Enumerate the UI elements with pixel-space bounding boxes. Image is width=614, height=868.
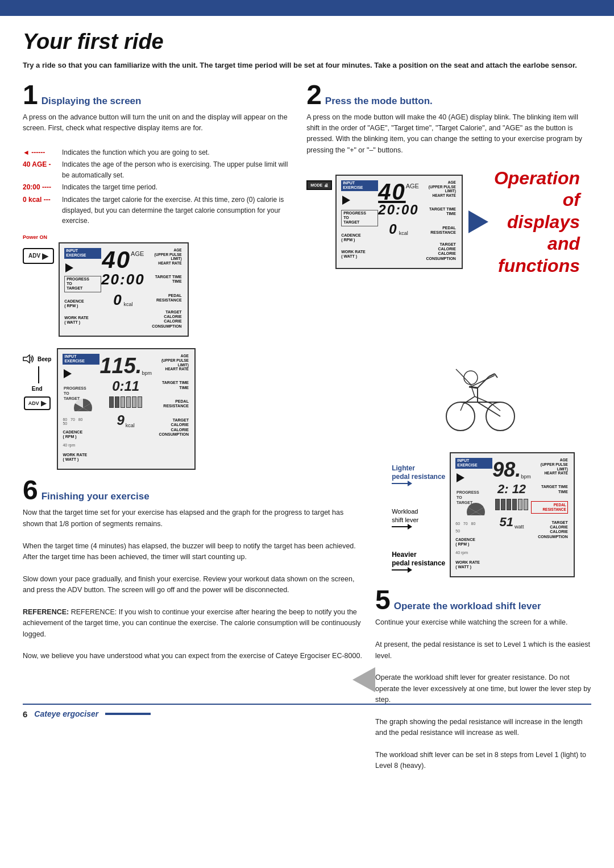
svg-text:TARGET: TARGET [457,501,473,505]
bpm-label-3: bpm [142,370,152,376]
target-calorie-label-3: TARGETCALORIECALORIECONSUMPTION [152,418,189,437]
bpm-label-4: bpm [521,474,531,480]
target-calorie-label-1: TARGETCALORIECALORIECONSUMPTION [145,310,182,329]
svg-rect-25 [105,713,151,715]
section-6-body4: REFERENCE: REFERENCE: If you wish to con… [23,607,364,640]
section-5-body5: The workload shift lever can be set in 8… [375,750,591,772]
tri-pointer-2 [342,196,350,205]
kcal-unit-1: kcal [124,301,133,307]
heart-rate-label-3: AGE(UPPER PULSE LIMIT)HEART RATE [152,354,189,371]
section-6: 6 Finishing your exercise Now that the t… [23,477,364,662]
main-display-3: 115. [99,354,142,378]
svg-text:PROGRESS: PROGRESS [64,386,86,390]
section-2: 2 Press the mode button. A press on the … [306,81,591,337]
device-3: INPUTEXERCISE PROGRESS TO TARGET [57,348,195,470]
watt-unit-4: watt [515,524,524,530]
tri-pointer-1 [65,263,73,272]
section-5: 5 Operate the workload shift lever Conti… [375,586,591,771]
input-exercise-label-2: INPUTEXERCISE [341,180,378,191]
progress-arc: PROGRESS TO TARGET [63,383,103,411]
adv-button-1[interactable]: ADV ▶ [23,248,54,264]
section-5-body3: Operate the workload shift lever for gre… [375,672,591,705]
time-display-3: 0:11 [112,378,139,394]
pedal-resistance-label-1: PEDALRESISTANCE [145,294,182,303]
section-5-body4: The graph showing the pedal resistance w… [375,717,591,739]
svg-line-19 [460,404,463,411]
progress-label-2: PROGRESSTOTARGET [341,210,378,226]
section-6-body3: Slow down your pace gradually, and finis… [23,574,364,596]
svg-text:TO: TO [64,391,69,395]
cadence-label-4: CADENCE( rpm ) [455,538,492,547]
tri-pointer-4 [457,473,464,482]
section-6-title: Finishing your exercise [42,491,150,502]
kcal-display-1: 0 [113,292,122,307]
workrate-label-4: WORK RATE( watt ) [455,560,492,570]
kcal-unit-3: kcal [126,423,135,428]
svg-point-5 [446,402,475,431]
workrate-label-3: WORK RATE( watt ) [63,453,99,462]
device-2: INPUTEXERCISE PROGRESSTOTARGET CADENCE( … [335,175,463,269]
item-key-3: 20:00 ---- [23,182,60,193]
svg-point-13 [464,371,478,385]
mode-icon-1: 🖨 [324,183,328,187]
pedal-resistance-label-2: PEDALRESISTANCE [419,226,456,235]
section-6-number: 6 [23,477,38,504]
mode-button-1[interactable]: MODE 🖨 [306,180,332,190]
section-5-body1: Continue your exercise while watching th… [375,617,591,628]
adv-button-2[interactable]: ADV ▶ [24,396,51,410]
svg-line-15 [471,375,495,387]
svg-line-8 [478,402,500,416]
end-label: End [32,386,43,392]
brand-logo [105,709,151,718]
age-display-1: 40 [102,248,131,272]
section-1-number: 1 [23,81,38,109]
adv-label-2: ADV [28,400,39,406]
section-6-body2: When the target time (4 minutes) has ela… [23,541,364,563]
item-key-4: 0 kcal --- [23,195,60,226]
mode-label-1: MODE [310,183,322,187]
cadence-label-2: CADENCE( rpm ) [341,233,378,243]
device-4: INPUTEXERCISE PROGRESS TO TARGET [450,452,575,577]
target-time-label-4: TARGET TIMETIME [531,485,568,494]
section-1: 1 Displaying the screen A press on the a… [23,81,289,337]
footer-page-number: 6 [23,709,27,719]
item-val-1: Indicates the function which you are goi… [62,147,210,158]
svg-line-18 [463,396,475,404]
section-1-body: A press on the advance button will turn … [23,112,289,134]
device-1: INPUTEXERCISE PROGRESSTOTARGET CADENCE( … [59,242,189,337]
section-5-title: Operate the workload shift lever [394,601,541,612]
beep-label: Beep [38,356,51,362]
section-6-body1: Now that the target time set for your ex… [23,507,364,530]
section-2-number: 2 [306,81,322,109]
cadence-label-1: CADENCE( rpm ) [64,299,101,309]
blue-arrow-1 [468,210,488,233]
svg-line-12 [495,374,497,378]
beep-icon [23,354,35,364]
kcal-unit-2: kcal [399,230,408,236]
svg-line-21 [456,369,460,374]
section-2-title: Press the mode button. [325,96,433,107]
svg-text:TO: TO [457,495,462,499]
pedal-resistance-label-4: PEDALRESISTANCE [531,501,568,514]
workrate-label-1: WORK RATE( watt ) [64,316,101,325]
header-bar [0,0,614,16]
age-unit-1: AGE [131,250,144,257]
time-display-2: 20:00 [378,203,418,217]
progress-arc-4: PROGRESS TO TARGET [455,487,496,515]
age-display-2: 40 [378,180,406,203]
watt-display-4: 51 [500,515,513,530]
input-exercise-label-4: INPUTEXERCISE [455,458,492,469]
heart-rate-label-4: AGE(UPPER PULSE LIMIT)HEART RATE [531,458,568,476]
target-calorie-label-4: TARGETCALORIECALORIECONSUMPTION [531,520,568,540]
svg-text:TARGET: TARGET [64,396,80,400]
kcal-display-2: 0 [389,222,397,236]
input-exercise-label-1: INPUTEXERCISE [64,248,101,259]
section-5-body2: At present, the pedal resistance is set … [375,639,591,662]
section-1-title: Displaying the screen [42,96,142,107]
cadence-label-3: CADENCE( rpm ) [63,430,99,440]
footer-brand: Cateye ergociser [34,709,98,718]
section-6-body5: Now, we believe you have understood what… [23,651,364,662]
adv-label-1: ADV [28,253,40,259]
input-exercise-label-3: INPUTEXERCISE [63,354,99,365]
heart-rate-label-1: AGE(UPPER PULSE LIMIT)HEART RATE [145,248,182,266]
